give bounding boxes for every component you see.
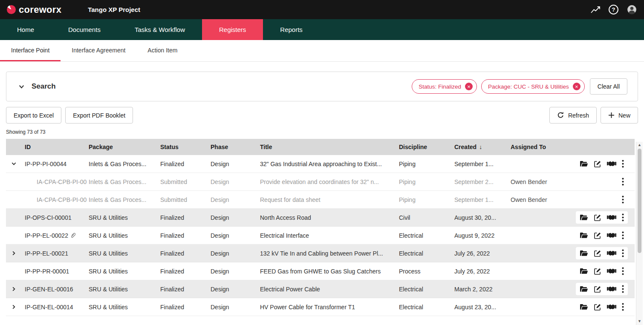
open-folder-icon[interactable]: [580, 304, 588, 310]
refresh-label: Refresh: [568, 112, 589, 119]
edit-icon[interactable]: [594, 232, 601, 239]
remove-filter-icon[interactable]: ×: [465, 83, 473, 90]
row-menu-icon[interactable]: [622, 178, 624, 186]
row-created: August 23, 20...: [454, 304, 511, 311]
nav-item-documents[interactable]: Documents: [51, 19, 118, 40]
vertical-scrollbar[interactable]: ▲ ▼: [636, 142, 643, 325]
create-agreement-icon[interactable]: [607, 304, 616, 310]
table-row[interactable]: IP-GEN-EL-00014SRU & UtilitiesFinalizedD…: [6, 298, 635, 316]
profile-icon[interactable]: [627, 4, 637, 15]
edit-icon[interactable]: [594, 214, 601, 221]
tab-action-item[interactable]: Action Item: [136, 40, 188, 61]
filter-chips: Status: Finalized×Package: CUC - SRU & U…: [412, 79, 585, 94]
open-folder-icon[interactable]: [580, 286, 588, 292]
search-filters: Status: Finalized×Package: CUC - SRU & U…: [412, 78, 627, 95]
edit-icon[interactable]: [594, 250, 601, 257]
row-created: August 30, 20...: [454, 214, 511, 221]
create-agreement-icon[interactable]: [607, 214, 616, 221]
column-header-package[interactable]: Package: [89, 144, 160, 150]
expand-cell[interactable]: [6, 250, 21, 256]
edit-icon[interactable]: [594, 303, 601, 311]
edit-icon[interactable]: [594, 285, 601, 293]
table-row[interactable]: IP-OPS-CI-00001SRU & UtilitiesFinalizedD…: [6, 209, 635, 227]
row-id-text: IP-PP-PI-00044: [25, 161, 66, 167]
create-agreement-icon[interactable]: [607, 232, 616, 239]
column-header-assigned-to[interactable]: Assigned To: [511, 144, 573, 150]
search-toggle[interactable]: Search: [18, 82, 56, 91]
column-header-phase[interactable]: Phase: [211, 144, 260, 150]
filter-chip[interactable]: Status: Finalized×: [412, 79, 477, 94]
table-row[interactable]: IP-PP-PR-00001SRU & UtilitiesFinalizedDe…: [6, 262, 635, 280]
export-pdf-button[interactable]: Export PDF Booklet: [65, 107, 133, 124]
column-header-status[interactable]: Status: [160, 144, 211, 150]
column-header-id[interactable]: ID: [21, 144, 89, 150]
nav-item-reports[interactable]: Reports: [263, 19, 320, 40]
help-icon[interactable]: ?: [608, 4, 619, 15]
create-agreement-icon[interactable]: [607, 286, 616, 292]
column-label: Status: [160, 144, 179, 150]
row-menu-icon[interactable]: [622, 160, 624, 168]
table-row[interactable]: IP-PP-EL-00021SRU & UtilitiesFinalizedDe…: [6, 244, 635, 262]
table-row[interactable]: IP-PP-EL-00022SRU & UtilitiesFinalizedDe…: [6, 227, 635, 244]
create-agreement-icon[interactable]: [607, 268, 616, 274]
nav-item-home[interactable]: Home: [0, 19, 51, 40]
edit-icon[interactable]: [594, 160, 601, 168]
open-folder-icon[interactable]: [580, 268, 588, 274]
project-title: Tango XP Project: [88, 6, 140, 13]
row-actions-group: [618, 193, 628, 206]
table-row[interactable]: IA-CPA-CPB-PI-00Inlets & Gas Proces...Su…: [6, 191, 635, 209]
table-row[interactable]: IP-GEN-EL-00016SRU & UtilitiesFinalizedD…: [6, 280, 635, 298]
scroll-down-icon[interactable]: ▼: [636, 318, 643, 324]
expand-cell[interactable]: [6, 161, 21, 167]
filter-chip[interactable]: Package: CUC - SRU & Utilities×: [481, 79, 585, 94]
row-menu-icon[interactable]: [622, 249, 624, 257]
row-menu-icon[interactable]: [622, 267, 624, 275]
scroll-up-icon[interactable]: ▲: [636, 142, 643, 148]
table-row[interactable]: IA-CPA-CPB-PI-00Inlets & Gas Proces...Su…: [6, 173, 635, 191]
table-row[interactable]: IP-PP-PI-00044Inlets & Gas Proces...Fina…: [6, 155, 635, 173]
row-menu-icon[interactable]: [622, 285, 624, 293]
row-actions: [573, 301, 635, 313]
column-header-discipline[interactable]: Discipline: [399, 144, 454, 150]
tab-interface-agreement[interactable]: Interface Agreement: [61, 40, 136, 61]
row-created: July 26, 2022: [454, 250, 511, 257]
row-actions: [573, 211, 635, 224]
row-menu-icon[interactable]: [622, 231, 624, 239]
export-excel-button[interactable]: Export to Excel: [6, 107, 61, 124]
row-created: September 1...: [454, 161, 511, 167]
collapse-row-icon[interactable]: [11, 161, 17, 167]
row-status: Finalized: [160, 232, 211, 239]
refresh-button[interactable]: Refresh: [549, 107, 597, 124]
remove-filter-icon[interactable]: ×: [573, 83, 580, 90]
clear-all-button[interactable]: Clear All: [590, 78, 627, 95]
row-actions-group: [576, 301, 628, 313]
expand-row-icon[interactable]: [11, 304, 17, 310]
open-folder-icon[interactable]: [580, 232, 588, 239]
expand-row-icon[interactable]: [11, 250, 17, 256]
row-id: IA-CPA-CPB-PI-00: [21, 178, 89, 185]
edit-icon[interactable]: [594, 267, 601, 275]
row-status: Finalized: [160, 214, 211, 221]
column-header-title[interactable]: Title: [260, 144, 399, 150]
create-agreement-icon[interactable]: [607, 250, 616, 256]
tab-interface-point[interactable]: Interface Point: [0, 40, 61, 61]
open-folder-icon[interactable]: [580, 214, 588, 221]
row-package: SRU & Utilities: [89, 304, 160, 311]
new-button[interactable]: New: [601, 107, 638, 124]
create-agreement-icon[interactable]: [607, 161, 616, 167]
open-folder-icon[interactable]: [580, 250, 588, 256]
expand-cell[interactable]: [6, 304, 21, 310]
expand-row-icon[interactable]: [11, 286, 17, 292]
row-menu-icon[interactable]: [622, 303, 624, 311]
column-header-created[interactable]: Created ↓: [454, 144, 511, 150]
row-menu-icon[interactable]: [622, 196, 624, 204]
analytics-icon[interactable]: [591, 6, 601, 14]
nav-item-registers[interactable]: Registers: [202, 19, 263, 40]
open-folder-icon[interactable]: [580, 161, 588, 167]
expand-cell[interactable]: [6, 286, 21, 292]
row-menu-icon[interactable]: [622, 213, 624, 221]
row-actions-group: [576, 158, 628, 170]
scrollbar-thumb[interactable]: [638, 149, 641, 253]
brand-logo[interactable]: coreworx: [7, 4, 61, 15]
nav-item-tasks-workflow[interactable]: Tasks & Workflow: [118, 19, 202, 40]
